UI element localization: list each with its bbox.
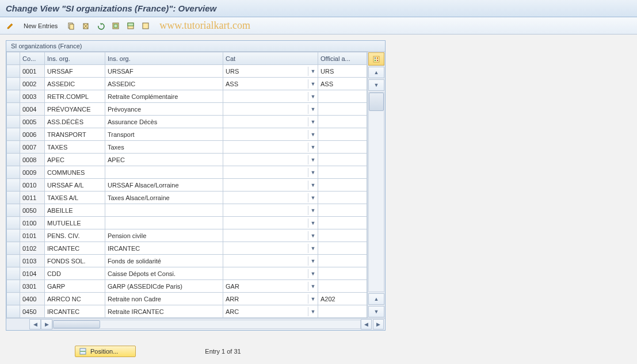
ins-org-long-field[interactable] — [105, 242, 223, 254]
scroll-left-icon[interactable]: ◀ — [29, 319, 41, 329]
scroll-row-down-icon[interactable]: ▼ — [368, 79, 384, 91]
official-field[interactable] — [318, 242, 367, 254]
code-field[interactable] — [20, 204, 44, 216]
grid-header-cat[interactable]: Cat — [223, 52, 318, 65]
deselect-all-icon[interactable] — [140, 20, 151, 32]
code-field[interactable] — [20, 78, 44, 90]
ins-org-short-field[interactable] — [45, 141, 105, 153]
ins-org-long-field[interactable] — [105, 78, 223, 90]
ins-org-short-field[interactable] — [45, 90, 105, 102]
scroll-col-left-icon[interactable]: ◀ — [361, 319, 372, 329]
row-selector[interactable] — [7, 280, 20, 293]
ins-org-long-field[interactable] — [105, 90, 223, 102]
row-selector[interactable] — [7, 179, 20, 191]
official-field[interactable] — [318, 204, 367, 216]
ins-org-long-field[interactable] — [105, 229, 223, 242]
ins-org-short-field[interactable] — [45, 255, 105, 267]
position-button[interactable]: Position... — [75, 346, 136, 357]
official-field[interactable] — [318, 116, 367, 128]
ins-org-short-field[interactable] — [45, 229, 105, 242]
scroll-row-up-icon[interactable]: ▲ — [368, 293, 384, 305]
category-value[interactable]: ARC — [223, 308, 308, 315]
code-field[interactable] — [20, 179, 44, 191]
grid-header-code[interactable]: Co... — [20, 52, 45, 65]
ins-org-short-field[interactable] — [45, 128, 105, 140]
chevron-down-icon[interactable]: ▼ — [308, 231, 318, 240]
official-field[interactable] — [318, 90, 367, 102]
ins-org-short-field[interactable] — [45, 179, 105, 191]
ins-org-short-field[interactable] — [45, 280, 105, 292]
official-field[interactable] — [318, 154, 367, 166]
ins-org-short-field[interactable] — [45, 103, 105, 115]
ins-org-long-field[interactable] — [105, 179, 223, 191]
ins-org-long-field[interactable] — [105, 280, 223, 292]
row-selector[interactable] — [7, 166, 20, 179]
official-field[interactable] — [318, 217, 367, 229]
row-selector[interactable] — [7, 154, 20, 166]
chevron-down-icon[interactable]: ▼ — [308, 206, 318, 215]
undo-icon[interactable] — [95, 20, 106, 32]
chevron-down-icon[interactable]: ▼ — [308, 155, 318, 164]
chevron-down-icon[interactable]: ▼ — [308, 130, 318, 139]
category-value[interactable]: ASS — [223, 81, 308, 87]
official-field[interactable] — [318, 179, 367, 191]
chevron-down-icon[interactable]: ▼ — [308, 219, 318, 228]
row-selector[interactable] — [7, 103, 20, 116]
row-selector[interactable] — [7, 305, 20, 318]
grid-header-official[interactable]: Official a... — [318, 52, 367, 65]
scroll-down-icon[interactable]: ▼ — [368, 306, 384, 317]
chevron-down-icon[interactable]: ▼ — [308, 168, 318, 177]
ins-org-short-field[interactable] — [45, 217, 105, 229]
scroll-col-right-icon[interactable]: ▶ — [41, 319, 52, 329]
official-field[interactable] — [318, 191, 367, 204]
ins-org-short-field[interactable] — [45, 78, 105, 90]
code-field[interactable] — [20, 116, 44, 128]
select-all-icon[interactable] — [110, 20, 121, 32]
row-selector[interactable] — [7, 267, 20, 280]
code-field[interactable] — [20, 217, 44, 229]
code-field[interactable] — [20, 90, 44, 102]
row-selector[interactable] — [7, 255, 20, 267]
row-selector[interactable] — [7, 242, 20, 255]
chevron-down-icon[interactable]: ▼ — [308, 79, 318, 89]
grid-header-select[interactable] — [7, 52, 20, 65]
code-field[interactable] — [20, 280, 44, 292]
row-selector[interactable] — [7, 116, 20, 128]
official-field[interactable] — [318, 166, 367, 178]
chevron-down-icon[interactable]: ▼ — [308, 256, 318, 266]
official-field[interactable] — [318, 267, 367, 279]
delete-icon[interactable] — [80, 20, 91, 32]
ins-org-long-field[interactable] — [105, 305, 223, 317]
toggle-change-icon[interactable] — [5, 20, 16, 32]
row-selector[interactable] — [7, 293, 20, 305]
code-field[interactable] — [20, 141, 44, 153]
ins-org-long-field[interactable] — [105, 255, 223, 267]
row-selector[interactable] — [7, 217, 20, 229]
code-field[interactable] — [20, 229, 44, 242]
official-field[interactable] — [318, 255, 367, 267]
official-field[interactable] — [318, 229, 367, 242]
ins-org-long-field[interactable] — [105, 103, 223, 115]
ins-org-short-field[interactable] — [45, 166, 105, 178]
row-selector[interactable] — [7, 128, 20, 141]
code-field[interactable] — [20, 166, 44, 178]
ins-org-long-field[interactable] — [105, 154, 223, 166]
ins-org-short-field[interactable] — [45, 116, 105, 128]
code-field[interactable] — [20, 103, 44, 115]
code-field[interactable] — [20, 154, 44, 166]
row-selector[interactable] — [7, 191, 20, 204]
official-field[interactable] — [318, 293, 367, 305]
grid-header-long[interactable]: Ins. org. — [105, 52, 223, 65]
select-block-icon[interactable] — [125, 20, 136, 32]
scroll-up-icon[interactable]: ▲ — [368, 67, 384, 78]
code-field[interactable] — [20, 293, 44, 305]
ins-org-long-field[interactable] — [105, 141, 223, 153]
ins-org-short-field[interactable] — [45, 242, 105, 254]
row-selector[interactable] — [7, 204, 20, 217]
ins-org-long-field[interactable] — [105, 166, 223, 178]
ins-org-short-field[interactable] — [45, 305, 105, 317]
copy-icon[interactable] — [65, 20, 77, 32]
row-selector[interactable] — [7, 90, 20, 103]
ins-org-long-field[interactable] — [105, 267, 223, 279]
row-selector[interactable] — [7, 229, 20, 242]
